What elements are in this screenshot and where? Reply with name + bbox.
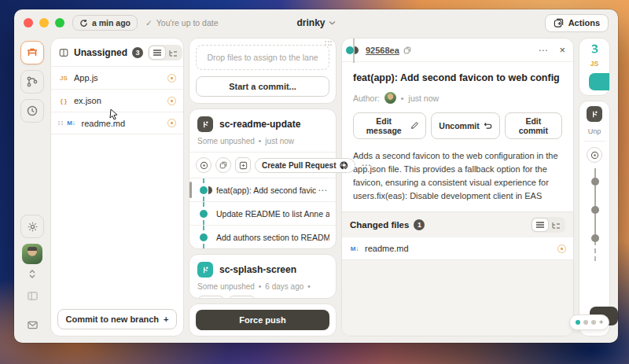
panel-toggle-button[interactable] xyxy=(20,284,44,307)
list-view-button[interactable] xyxy=(532,219,548,231)
commit-graph-context xyxy=(342,39,366,61)
commit-dot xyxy=(200,186,208,194)
branch-header[interactable]: sc-readme-update Some unpushed • just no… xyxy=(189,109,336,152)
user-avatar[interactable] xyxy=(22,244,42,264)
modified-status-icon[interactable] xyxy=(167,97,176,105)
detail-panel-filler xyxy=(342,260,573,336)
review-eye-button[interactable] xyxy=(587,147,602,163)
commit-detail-panel: 92568ea ⋯ × feat(app): Add second favico… xyxy=(341,38,574,336)
commit-time: just now xyxy=(409,94,440,103)
branch-name: sc-splash-screen xyxy=(219,264,296,275)
collapsed-branch-card[interactable]: Unp xyxy=(579,101,610,336)
tree-view-button[interactable] xyxy=(165,46,181,59)
drag-handle-icon[interactable] xyxy=(58,121,63,126)
check-icon: ✓ xyxy=(145,18,153,28)
file-name: readme.md xyxy=(82,119,126,128)
branch-header[interactable]: sc-splash-screen Some unpushed • 6 days … xyxy=(189,255,336,299)
commit-row[interactable]: Add authors section to README file xyxy=(189,225,336,248)
sync-status-button[interactable]: a min ago xyxy=(72,15,138,31)
lane-dot-active[interactable] xyxy=(576,320,580,325)
author-avatar xyxy=(384,92,396,104)
file-view-toggle xyxy=(148,45,182,61)
up-to-date-label: You're up to date xyxy=(156,18,219,28)
separator-dot: • xyxy=(259,282,262,291)
branch-badge-icon xyxy=(202,298,208,299)
branch-menu-button[interactable]: ⋯ xyxy=(359,160,373,171)
review-eye-button[interactable] xyxy=(196,157,212,173)
actions-button[interactable]: Actions xyxy=(545,14,609,32)
edit-commit-button[interactable]: Edit commit xyxy=(505,112,562,139)
changed-file-row[interactable]: M↓ readme.md xyxy=(342,237,573,260)
file-row-exjson[interactable]: { } ex.json xyxy=(51,89,183,112)
collapsed-files-card[interactable]: JS xyxy=(579,38,610,96)
commit-menu-button[interactable]: ⋯ xyxy=(316,185,329,196)
gear-icon xyxy=(27,221,39,233)
push-status: Some unpushed xyxy=(197,137,255,145)
commit-row[interactable]: Update README to list Anne as pr... xyxy=(189,201,336,225)
tree-view-button[interactable] xyxy=(548,219,564,231)
commit-row-selected[interactable]: feat(app): Add second favico... ⋯ xyxy=(189,178,336,201)
plus-icon: + xyxy=(164,314,168,324)
open-commit-indicator xyxy=(355,46,359,54)
pr-badge-label: PR xyxy=(241,297,251,299)
stack-lane: Drop files to assign to the lane Start a… xyxy=(189,38,337,336)
add-dependent-branch-button[interactable] xyxy=(235,157,251,173)
branch-badges: BR PR xyxy=(197,296,328,299)
sparkle-plus-icon xyxy=(554,18,564,28)
lane-dot[interactable] xyxy=(591,320,596,325)
feedback-button[interactable] xyxy=(20,313,44,336)
zoom-window-button[interactable] xyxy=(55,18,64,28)
local-branch-icon xyxy=(587,106,602,122)
commit-menu-button[interactable]: ⋯ xyxy=(536,45,550,56)
uncommit-button[interactable]: Uncommit xyxy=(431,112,499,139)
commit-sha-link[interactable]: 92568ea xyxy=(366,46,399,55)
force-push-label: Force push xyxy=(239,315,285,325)
workspace-tab[interactable] xyxy=(20,41,44,64)
commit-message: feat(app): Add second favico... xyxy=(216,186,316,195)
traffic-lights xyxy=(24,18,64,28)
commit-message: Add authors section to README file xyxy=(216,233,329,242)
commit-dot xyxy=(591,178,599,186)
start-commit-button[interactable]: Start a commit... xyxy=(196,76,329,97)
up-to-date-status: ✓ You're up to date xyxy=(145,18,219,28)
pr-badge[interactable]: PR xyxy=(228,296,256,299)
add-lane-button[interactable]: + xyxy=(599,318,603,326)
force-push-button[interactable]: Force push xyxy=(196,310,329,330)
list-view-button[interactable] xyxy=(149,46,165,59)
modified-status-icon[interactable] xyxy=(167,74,176,83)
lane-dot[interactable] xyxy=(583,320,588,325)
pencil-icon xyxy=(410,122,418,130)
edit-message-button[interactable]: Edit message xyxy=(353,112,426,139)
copy-branch-button[interactable] xyxy=(215,157,231,173)
modified-status-icon[interactable] xyxy=(167,119,176,127)
commit-dot xyxy=(591,206,599,214)
separator-dot: • xyxy=(401,94,404,103)
file-dropzone[interactable]: Drop files to assign to the lane xyxy=(196,45,329,70)
lane-pager[interactable]: + xyxy=(569,314,609,330)
copy-sha-icon[interactable] xyxy=(403,46,411,54)
history-tab[interactable] xyxy=(20,99,44,123)
settings-button[interactable] xyxy=(20,215,44,238)
lane-drag-handle[interactable] xyxy=(325,41,332,46)
commit-detail-header: 92568ea ⋯ × xyxy=(342,39,573,62)
start-commit-label: Start a commit... xyxy=(229,82,296,91)
minimize-window-button[interactable] xyxy=(39,18,49,28)
commit-detail-body: feat(app): Add second favicon to web con… xyxy=(342,62,573,211)
refresh-icon xyxy=(79,19,88,28)
js-file-icon: JS xyxy=(590,60,598,68)
file-row-appjs[interactable]: JS App.js xyxy=(51,66,183,89)
commit-actions: Edit message Uncommit Edit commit xyxy=(353,112,562,139)
file-row-readmemd[interactable]: M↓ readme.md xyxy=(51,112,183,134)
modified-status-icon[interactable] xyxy=(557,245,566,253)
undo-icon xyxy=(484,122,492,130)
unassigned-icon xyxy=(58,47,69,58)
create-pull-request-button[interactable]: Create Pull Request xyxy=(255,158,355,173)
close-window-button[interactable] xyxy=(24,18,33,28)
commit-to-new-branch-button[interactable]: Commit to new branch + xyxy=(57,309,177,329)
branch-badge[interactable]: BR xyxy=(197,296,225,299)
branches-tab[interactable] xyxy=(20,70,44,94)
account-switcher[interactable] xyxy=(29,270,35,278)
close-detail-button[interactable]: × xyxy=(559,44,565,56)
changed-files-count-badge: 1 xyxy=(414,219,425,230)
image-thumbnail xyxy=(589,73,609,90)
